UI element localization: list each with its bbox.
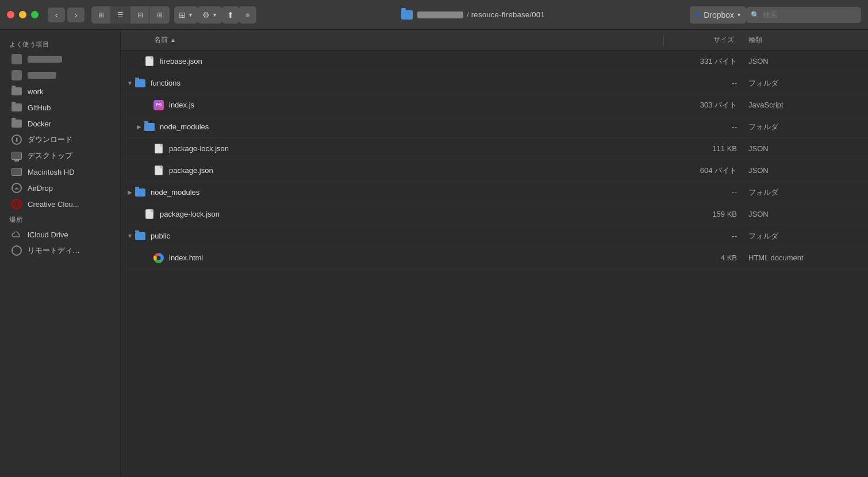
- file-icon-package-lock-outer: [144, 209, 155, 220]
- disclosure-node-modules-inner[interactable]: ▶: [135, 122, 144, 132]
- file-size-package-lock-outer: 159 KB: [668, 210, 748, 218]
- svg-point-2: [14, 202, 19, 206]
- group-icon: ⊞: [179, 10, 186, 20]
- view-cover-button[interactable]: ⊞: [150, 6, 170, 24]
- file-icon-index-html: [153, 252, 164, 264]
- forward-button[interactable]: ›: [67, 7, 85, 22]
- share-button[interactable]: ⬆: [222, 6, 239, 24]
- search-input[interactable]: [763, 10, 855, 19]
- sidebar-label-creative: Creative Clou...: [28, 200, 79, 209]
- close-button[interactable]: [7, 11, 14, 18]
- disclosure-node-modules-outer[interactable]: ▶: [125, 188, 135, 197]
- file-kind-index-js: JavaScript: [748, 101, 863, 109]
- back-button[interactable]: ‹: [48, 7, 65, 22]
- sidebar-label-airdrop: AirDrop: [28, 184, 53, 193]
- creative-cloud-icon: [11, 199, 22, 209]
- sidebar-item-remote[interactable]: リモートディ…: [2, 243, 118, 259]
- sidebar-label-download: ダウンロード: [28, 134, 72, 145]
- file-size-public: --: [668, 232, 748, 240]
- file-kind-public: フォルダ: [748, 231, 863, 241]
- favorites-label: よく使う項目: [0, 37, 120, 51]
- disclosure-index-html: [144, 253, 153, 263]
- sidebar-item-blurred2[interactable]: [2, 67, 118, 83]
- svg-point-1: [12, 199, 21, 209]
- action-button[interactable]: ⚙ ▼: [198, 6, 222, 24]
- search-icon: 🔍: [751, 11, 759, 19]
- file-row-package-lock-inner[interactable]: package-lock.json 111 KB JSON: [121, 138, 868, 160]
- share-icon: ⬆: [227, 10, 234, 20]
- minimize-button[interactable]: [19, 11, 26, 18]
- file-icon-package-json-inner: [153, 165, 164, 176]
- view-icon-button[interactable]: ⊞: [91, 6, 111, 24]
- file-row-public[interactable]: ▼ public -- フォルダ: [121, 225, 868, 247]
- file-kind-index-html: HTML document: [748, 253, 863, 262]
- sidebar-item-macintosh[interactable]: Macintosh HD: [2, 164, 118, 180]
- sidebar-label-github: GitHub: [28, 103, 51, 112]
- file-name-firebase-json: firebase.json: [160, 57, 668, 66]
- file-name-package-lock-inner: package-lock.json: [169, 144, 668, 153]
- disclosure-public[interactable]: ▼: [125, 232, 135, 241]
- sidebar-label-macintosh: Macintosh HD: [28, 168, 75, 176]
- path-blurred-1: [417, 11, 463, 18]
- dropbox-label: Dropbox: [704, 10, 734, 20]
- file-row-index-js[interactable]: PS index.js 303 バイト JavaScript: [121, 94, 868, 116]
- file-row-firebase-json[interactable]: firebase.json 331 バイト JSON: [121, 51, 868, 72]
- sidebar-label-desktop: デスクトップ: [28, 151, 72, 161]
- folder-icon-title: [401, 10, 413, 20]
- dropbox-button[interactable]: ✦ Dropbox ▼: [690, 6, 746, 24]
- file-kind-package-lock-inner: JSON: [748, 144, 863, 153]
- file-name-node-modules-outer: node_modules: [151, 188, 668, 197]
- hdd-icon: [11, 167, 22, 177]
- file-icon-package-lock-inner: [153, 143, 164, 155]
- title-bar: ‹ › ⊞ ☰ ⊟ ⊞ ⊞ ▼ ⚙ ▼ ⬆ ● / resouce-fireba…: [0, 0, 868, 30]
- desktop-icon: [11, 151, 22, 161]
- file-size-firebase-json: 331 バイト: [668, 56, 748, 67]
- disclosure-package-lock-outer: [135, 210, 144, 219]
- tag-button[interactable]: ●: [239, 6, 256, 24]
- sidebar-item-icloud[interactable]: iCloud Drive: [2, 226, 118, 243]
- maximize-button[interactable]: [31, 11, 39, 18]
- col-header-kind[interactable]: 種類: [748, 35, 863, 45]
- col-divider-1: [663, 34, 664, 46]
- sidebar-item-creative[interactable]: Creative Clou...: [2, 196, 118, 212]
- col-header-size[interactable]: サイズ: [665, 35, 746, 45]
- sort-arrow-icon: ▲: [170, 37, 176, 43]
- sidebar-item-airdrop[interactable]: AirDrop: [2, 180, 118, 196]
- file-row-index-html[interactable]: index.html 4 KB HTML document: [121, 247, 868, 269]
- col-name-label: 名前: [154, 35, 168, 45]
- file-icon-index-js: PS: [153, 99, 164, 111]
- search-box[interactable]: 🔍: [746, 7, 861, 23]
- file-size-package-json-inner: 604 バイト: [668, 166, 748, 176]
- sidebar-item-docker[interactable]: Docker: [2, 116, 118, 132]
- view-group: ⊞ ☰ ⊟ ⊞: [91, 6, 170, 24]
- group-button[interactable]: ⊞ ▼: [174, 6, 198, 24]
- disclosure-functions[interactable]: ▼: [125, 79, 135, 88]
- file-name-functions: functions: [151, 79, 668, 87]
- file-row-node-modules-outer[interactable]: ▶ node_modules -- フォルダ: [121, 182, 868, 203]
- file-icon-functions: [135, 78, 146, 89]
- sidebar-item-download[interactable]: ⬇ ダウンロード: [2, 132, 118, 148]
- sidebar-item-work[interactable]: work: [2, 83, 118, 99]
- file-row-functions[interactable]: ▼ functions -- フォルダ: [121, 72, 868, 94]
- col-kind-label: 種類: [748, 35, 762, 45]
- file-icon-node-modules-inner: [144, 121, 155, 133]
- file-row-package-lock-outer[interactable]: package-lock.json 159 KB JSON: [121, 203, 868, 225]
- gear-icon: ⚙: [202, 10, 210, 20]
- blurred-label-1: [28, 56, 62, 63]
- file-name-index-html: index.html: [169, 253, 668, 262]
- sidebar-label-remote: リモートディ…: [28, 245, 80, 256]
- file-row-package-json-inner[interactable]: package.json 604 バイト JSON: [121, 160, 868, 182]
- disclosure-index-js: [144, 101, 153, 110]
- remote-icon: [11, 245, 22, 256]
- view-column-button[interactable]: ⊟: [130, 6, 150, 24]
- sidebar-label-docker: Docker: [28, 120, 51, 128]
- view-list-button[interactable]: ☰: [111, 6, 130, 24]
- disclosure-package-lock-inner: [144, 144, 153, 153]
- sidebar-item-github[interactable]: GitHub: [2, 99, 118, 116]
- sidebar-item-desktop[interactable]: デスクトップ: [2, 148, 118, 164]
- file-size-index-js: 303 バイト: [668, 100, 748, 110]
- file-kind-package-lock-outer: JSON: [748, 210, 863, 218]
- sidebar-item-blurred1[interactable]: [2, 51, 118, 67]
- file-row-node-modules-inner[interactable]: ▶ node_modules -- フォルダ: [121, 116, 868, 138]
- col-header-name[interactable]: 名前 ▲: [125, 35, 662, 45]
